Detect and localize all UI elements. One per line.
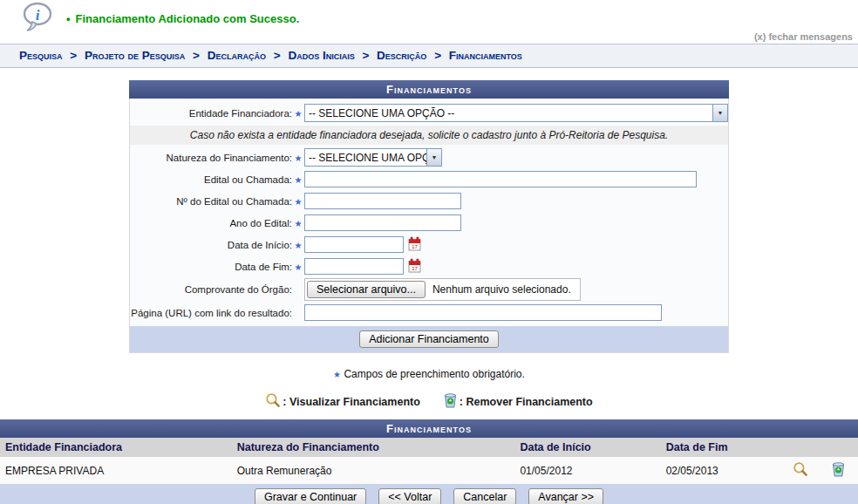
table-header-row: Entidade Financiadora Natureza do Financ… bbox=[0, 438, 858, 457]
comprovante-file-input[interactable]: Selecionar arquivo... Nenhum arquivo sel… bbox=[304, 278, 581, 301]
pagina-url-input[interactable] bbox=[304, 304, 662, 321]
cell-entidade: EMPRESA PRIVADA bbox=[0, 457, 232, 484]
message-text: Financiamento Adicionado com Sucesso. bbox=[76, 12, 300, 25]
required-star-icon: ★ bbox=[295, 262, 303, 272]
required-star-icon: ★ bbox=[295, 175, 303, 185]
breadcrumb-separator: > bbox=[434, 49, 441, 62]
required-star-icon: ★ bbox=[295, 109, 303, 119]
legend-remover-label: : Remover Financiamento bbox=[460, 396, 593, 408]
entidade-note: Caso não exista a entidade financiadora … bbox=[130, 126, 728, 145]
row-natureza-financiamento: Natureza do Financiamento: ★ -- SELECION… bbox=[130, 146, 728, 168]
data-fim-input[interactable] bbox=[304, 258, 404, 275]
natureza-financiamento-selected-value: -- SELECIONE UMA OPÇÃO -- bbox=[305, 152, 426, 164]
svg-text:i: i bbox=[36, 7, 40, 24]
entidade-financiadora-select[interactable]: -- SELECIONE UMA OPÇÃO -- ▼ bbox=[304, 104, 728, 122]
row-pagina-url: Página (URL) com link do resultado: bbox=[130, 302, 728, 324]
svg-text:17: 17 bbox=[412, 243, 418, 249]
natureza-financiamento-select[interactable]: -- SELECIONE UMA OPÇÃO -- ▼ bbox=[304, 148, 442, 167]
natureza-financiamento-label: Natureza do Financiamento: bbox=[130, 153, 292, 163]
row-edital-chamada: Edital ou Chamada: ★ bbox=[130, 168, 728, 190]
data-inicio-input[interactable] bbox=[304, 236, 404, 253]
required-star-icon: ★ bbox=[295, 197, 303, 207]
ano-edital-label: Ano do Edital: bbox=[130, 218, 292, 228]
breadcrumb-pesquisa[interactable]: Pesquisa bbox=[19, 49, 63, 62]
chevron-down-icon: ▼ bbox=[712, 105, 727, 121]
voltar-button[interactable]: << Voltar bbox=[378, 488, 441, 504]
select-file-button[interactable]: Selecionar arquivo... bbox=[307, 281, 426, 298]
required-star-icon: ★ bbox=[295, 241, 303, 250]
numero-edital-input[interactable] bbox=[304, 193, 461, 209]
col-data-inicio: Data de Início bbox=[514, 438, 660, 457]
main-content: Financiamentos Entidade Financiadora: ★ … bbox=[0, 80, 858, 484]
legend-remover: : Remover Financiamento bbox=[443, 392, 593, 411]
required-note-text: Campos de preenchimento obrigatório. bbox=[344, 368, 524, 380]
cell-data-fim: 02/05/2013 bbox=[661, 457, 781, 484]
row-data-fim: Data de Fim: ★ 17 bbox=[130, 255, 728, 277]
breadcrumb-descricao[interactable]: Descrição bbox=[377, 49, 426, 62]
legend-visualizar-label: : Visualizar Financiamento bbox=[283, 396, 419, 408]
row-ano-edital: Ano do Edital: ★ bbox=[130, 212, 728, 234]
col-entidade-financiadora: Entidade Financiadora bbox=[0, 438, 232, 457]
info-bubble-icon: i bbox=[21, 2, 54, 36]
financiamentos-form: Financiamentos Entidade Financiadora: ★ … bbox=[129, 80, 729, 353]
breadcrumb-separator: > bbox=[193, 49, 200, 62]
row-entidade-financiadora: Entidade Financiadora: ★ -- SELECIONE UM… bbox=[130, 102, 728, 124]
form-title: Financiamentos bbox=[129, 80, 729, 99]
row-data-inicio: Data de Início: ★ 17 bbox=[130, 234, 728, 255]
breadcrumb: Pesquisa > Projeto de Pesquisa > Declara… bbox=[0, 44, 858, 68]
calendar-icon[interactable]: 17 bbox=[408, 236, 421, 254]
col-natureza-financiamento: Natureza do Financiamento bbox=[232, 438, 515, 457]
cell-natureza: Outra Remuneração bbox=[232, 457, 515, 484]
col-data-fim: Data de Fim bbox=[661, 438, 781, 457]
data-inicio-label: Data de Início: bbox=[130, 240, 292, 250]
required-star-icon: ★ bbox=[295, 153, 303, 163]
wizard-footer: Gravar e Continuar << Voltar Cancelar Av… bbox=[0, 484, 858, 504]
comprovante-orgao-label: Comprovante do Órgão: bbox=[130, 284, 292, 295]
trash-icon bbox=[443, 392, 458, 411]
visualizar-financiamento-icon[interactable] bbox=[793, 461, 808, 480]
cancelar-button[interactable]: Cancelar bbox=[453, 488, 516, 504]
message-area: i •Financiamento Adicionado com Sucesso.… bbox=[0, 0, 858, 44]
results-table-title: Financiamentos bbox=[0, 419, 858, 438]
breadcrumb-separator: > bbox=[70, 49, 77, 62]
calendar-icon[interactable]: 17 bbox=[408, 258, 421, 276]
entidade-financiadora-selected-value: -- SELECIONE UMA OPÇÃO -- bbox=[305, 107, 712, 119]
required-star-icon: ★ bbox=[333, 370, 341, 379]
numero-edital-label: Nº do Edital ou Chamada: bbox=[130, 196, 292, 207]
breadcrumb-dados-iniciais[interactable]: Dados Iniciais bbox=[288, 49, 354, 62]
breadcrumb-separator: > bbox=[362, 49, 369, 62]
pagina-url-label: Página (URL) com link do resultado: bbox=[130, 308, 292, 318]
success-message: •Financiamento Adicionado com Sucesso. bbox=[66, 12, 299, 25]
row-comprovante-orgao: Comprovante do Órgão: Selecionar arquivo… bbox=[130, 277, 728, 302]
entidade-financiadora-label: Entidade Financiadora: bbox=[130, 108, 292, 119]
gravar-continuar-button[interactable]: Gravar e Continuar bbox=[255, 488, 366, 504]
remover-financiamento-icon[interactable] bbox=[831, 461, 846, 480]
required-star-icon: ★ bbox=[295, 219, 303, 228]
table-row: EMPRESA PRIVADA Outra Remuneração 01/05/… bbox=[0, 457, 858, 484]
file-status-text: Nenhum arquivo selecionado. bbox=[426, 283, 578, 296]
financiamentos-results: Financiamentos Entidade Financiadora Nat… bbox=[0, 419, 858, 484]
breadcrumb-declaracao[interactable]: Declaração bbox=[208, 49, 266, 62]
icon-legend: : Visualizar Financiamento : Remover Fin… bbox=[0, 392, 858, 411]
edital-chamada-label: Edital ou Chamada: bbox=[130, 174, 292, 185]
close-messages-link[interactable]: (x) fechar mensagens bbox=[754, 31, 853, 42]
breadcrumb-separator: > bbox=[274, 49, 281, 62]
legend-visualizar: : Visualizar Financiamento bbox=[265, 392, 419, 411]
data-fim-label: Data de Fim: bbox=[130, 262, 292, 272]
svg-text:17: 17 bbox=[412, 265, 418, 270]
magnifier-icon bbox=[265, 392, 281, 411]
ano-edital-input[interactable] bbox=[304, 215, 461, 231]
required-fields-note: ★ Campos de preenchimento obrigatório. bbox=[0, 368, 858, 380]
cell-data-inicio: 01/05/2012 bbox=[514, 457, 660, 484]
row-numero-edital: Nº do Edital ou Chamada: ★ bbox=[130, 190, 728, 212]
adicionar-financiamento-button[interactable]: Adicionar Financiamento bbox=[359, 330, 499, 348]
form-footer: Adicionar Financiamento bbox=[130, 326, 728, 352]
avancar-button[interactable]: Avançar >> bbox=[528, 488, 603, 504]
edital-chamada-input[interactable] bbox=[304, 171, 697, 187]
chevron-down-icon: ▼ bbox=[426, 149, 441, 166]
breadcrumb-financiamentos[interactable]: Financiamentos bbox=[449, 49, 522, 62]
breadcrumb-projeto-de-pesquisa[interactable]: Projeto de Pesquisa bbox=[85, 49, 185, 62]
message-bullet: • bbox=[66, 12, 71, 25]
form-body: Entidade Financiadora: ★ -- SELECIONE UM… bbox=[129, 99, 729, 353]
